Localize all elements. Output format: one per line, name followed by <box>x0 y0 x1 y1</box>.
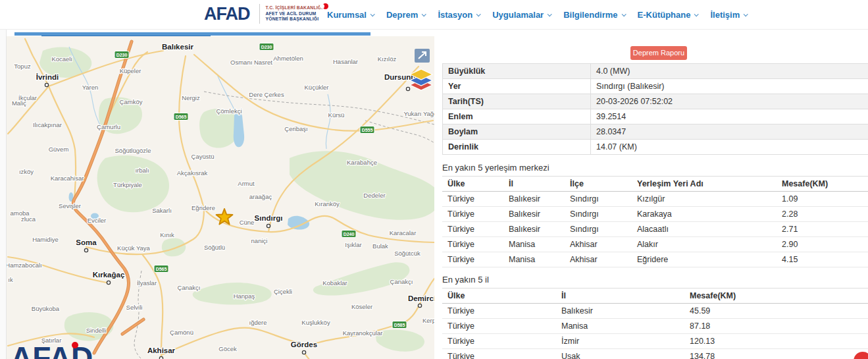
chevron-down-icon <box>694 12 699 16</box>
details-table: Büyüklük4.0 (MW)YerSındırgı (Balıkesir)T… <box>442 63 868 155</box>
chevron-down-icon <box>370 12 375 16</box>
table-row: TürkiyeManisa87.18 <box>442 319 868 334</box>
map-label-village: Eğridere <box>191 204 215 211</box>
map-label-village: Küçük Yaya <box>117 244 151 252</box>
nav-item-uygulamalar[interactable]: Uygulamalar <box>492 10 551 20</box>
map-label-village: Sevişler <box>59 202 81 209</box>
svg-text:D230: D230 <box>116 53 128 57</box>
svg-text:D230: D230 <box>261 45 272 49</box>
map-label-village: Kızılöz <box>378 55 397 63</box>
map-label-town: Kırkağaç <box>93 271 125 279</box>
map-label-village: Kürsü <box>328 111 345 119</box>
road-shield: D585 <box>392 321 407 329</box>
column-header: İl <box>503 177 565 192</box>
map-label-village: Dere Çerkes <box>249 91 284 98</box>
nav-item-istasyon[interactable]: İstasyon <box>438 10 480 20</box>
road-shield: D565 <box>174 113 188 121</box>
nav-item-iletisim[interactable]: İletişim <box>710 10 747 20</box>
map-label-village: ık <box>8 276 13 283</box>
map-label-village: Sindelli <box>86 327 107 334</box>
map-label-village: Kocaeli <box>51 55 72 63</box>
map-label-village: ırbalı <box>135 167 149 174</box>
map-label-village: Büyükoba <box>32 305 60 312</box>
detail-row: Tarih(TS)20-03-2026 07:52:02 <box>443 94 868 109</box>
afad-logo[interactable]: AFAD T.C. İÇİŞLERİ BAKANLIĞI AFET VE ACİ… <box>204 4 322 24</box>
column-header: Yerleşim Yeri Adı <box>632 177 777 192</box>
map-label-village: Türkpiyale <box>113 181 142 188</box>
map-label-village: Çanakçı <box>390 278 413 285</box>
svg-text:D565: D565 <box>156 267 167 271</box>
left-gutter <box>0 30 7 359</box>
road-shield: D555 <box>360 126 374 134</box>
provinces-header-row: ÜlkeİlMesafe(KM) <box>442 289 868 304</box>
map-label-village: Çamköy <box>120 98 143 105</box>
nav-item-deprem[interactable]: Deprem <box>386 10 425 20</box>
nav-item-kurumsal[interactable]: Kurumsal <box>327 10 374 20</box>
table-row: Türkiyeİzmir120.13 <box>442 334 868 349</box>
map-label-village: Kobaklar <box>322 279 347 287</box>
nav-item-e-kutuphane[interactable]: E-Kütüphane <box>638 10 698 20</box>
map-label-town: Soma <box>76 238 97 246</box>
deprem-raporu-button[interactable]: Deprem Raporu <box>630 46 687 60</box>
map-label-village: Maliç <box>12 99 26 107</box>
town-dot <box>159 356 163 359</box>
map-label-village: Karabahçe <box>347 159 377 166</box>
map[interactable]: D230D230D565D555D240D565D585 TopuzKocael… <box>7 36 434 359</box>
map-label-village: Hamzabocalı <box>7 262 42 269</box>
svg-text:D555: D555 <box>362 128 373 132</box>
column-header: İl <box>556 289 684 304</box>
expand-button[interactable] <box>415 49 430 63</box>
map-label-village: Armut <box>238 180 255 187</box>
table-row: TürkiyeManisaAkhisarEğridere4.15 <box>442 252 868 267</box>
map-label-village: Karacahisar <box>51 175 84 182</box>
map-label-town: İvrindi <box>36 73 59 81</box>
map-label-village: Kerp <box>422 317 434 324</box>
map-label-village: Göcek <box>218 345 237 352</box>
table-row: TürkiyeBalıkesirSındırgıKızılgür1.09 <box>442 192 868 207</box>
svg-text:D565: D565 <box>176 115 187 119</box>
column-header: İlçe <box>565 177 632 192</box>
map-label-village: Hamidiye <box>32 236 59 243</box>
map-label-village: Cüne <box>240 219 255 226</box>
town-dot <box>45 83 48 86</box>
map-label-village: Işıklar <box>345 241 361 248</box>
chevron-down-icon <box>422 12 426 16</box>
column-header: Mesafe(KM) <box>777 177 868 192</box>
map-label-village: ızköy <box>19 168 34 175</box>
table-row: TürkiyeBalıkesirSındırgıAlacaatlı2.71 <box>442 222 868 237</box>
map-label-village: Yukarı Yağcı <box>404 110 435 117</box>
svg-text:D240: D240 <box>344 232 355 236</box>
provinces-section-title: En yakın 5 il <box>442 275 489 285</box>
map-watermark: AFAD <box>11 341 93 359</box>
detail-row: YerSındırgı (Balıkesir) <box>443 79 868 94</box>
map-label-village: Güvem <box>49 146 69 153</box>
table-row: TürkiyeManisaAkhisarAlakır2.90 <box>442 237 868 252</box>
map-label-village: Çömlekçi <box>216 107 242 115</box>
town-dot <box>302 350 305 354</box>
map-label-village: Ilıcakpınar <box>33 121 62 128</box>
afad-earthquake-page: AFAD T.C. İÇİŞLERİ BAKANLIĞI AFET VE ACİ… <box>0 0 868 359</box>
map-label-village: Sakarlı <box>152 207 172 214</box>
map-label-village: Kuşlukköy <box>301 319 330 326</box>
map-label-village: Çeribaşı <box>284 125 307 132</box>
map-label-village: Çamurlu <box>97 123 120 130</box>
road-shield: D230 <box>115 51 129 59</box>
settlements-header-row: ÜlkeİlİlçeYerleşim Yeri AdıMesafe(KM) <box>442 177 868 192</box>
map-label-village: Söğütlü <box>204 244 225 251</box>
map-label-village: Söğütcük <box>394 250 421 257</box>
nav-item-bilgilendirme[interactable]: Bilgilendirme <box>563 10 625 20</box>
settlements-section-title: En yakın 5 yerleşim merkezi <box>442 163 549 173</box>
map-label-town: Sındırgı <box>255 214 283 222</box>
map-label-village: Kayranokçular <box>343 329 383 337</box>
main-nav: KurumsalDepremİstasyonUygulamalarBilgile… <box>327 0 747 30</box>
map-label-village: Kınık <box>160 231 174 238</box>
map-label-village: Osmanı Nasret <box>230 59 272 66</box>
afad-brand-text: AFAD <box>204 4 250 24</box>
map-label-village: zluca <box>21 215 36 223</box>
chevron-down-icon <box>548 12 552 16</box>
map-label-town: Gördes <box>291 341 317 348</box>
earthquake-detail-panel: Deprem Raporu Büyüklük4.0 (MW)YerSındırg… <box>442 43 868 359</box>
table-row: TürkiyeUşak134.78 <box>442 349 868 359</box>
map-label-village: Çanakçı <box>178 284 201 291</box>
map-label-village: Çiçekli <box>274 288 292 295</box>
